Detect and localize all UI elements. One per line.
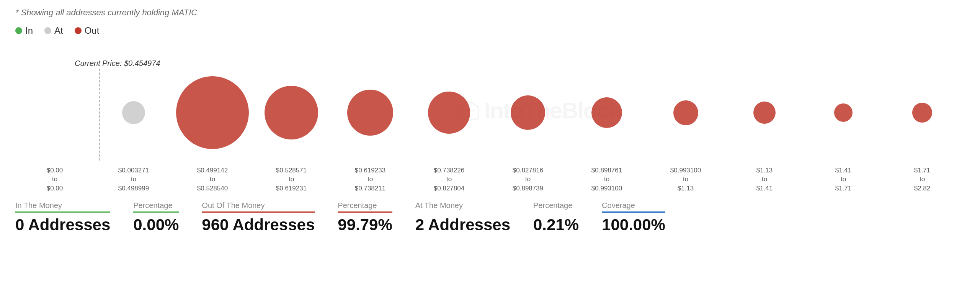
legend: In At Out bbox=[15, 25, 965, 36]
bubble-8 bbox=[673, 100, 698, 125]
bubble-4 bbox=[347, 90, 393, 136]
bubble-col-6 bbox=[488, 69, 567, 157]
bubble-col-2 bbox=[173, 69, 252, 157]
stats-section: In The Money 0 Addresses Percentage 0.00… bbox=[15, 197, 965, 234]
stat-underline-in bbox=[15, 211, 110, 213]
label-col-10: $1.41to$1.71 bbox=[804, 163, 883, 193]
stat-in-the-money: In The Money 0 Addresses bbox=[15, 201, 110, 234]
stat-label-in: In The Money bbox=[15, 201, 110, 210]
bubble-col-1 bbox=[94, 69, 173, 157]
stat-underline-percent-at bbox=[533, 211, 579, 213]
stat-percent-value-out: 99.79% bbox=[338, 216, 392, 234]
stat-percent-at: Percentage 0.21% bbox=[533, 201, 579, 234]
bubble-col-7 bbox=[567, 69, 646, 157]
label-col-0: $0.00to$0.00 bbox=[15, 163, 94, 193]
label-col-2: $0.499142to$0.528540 bbox=[173, 163, 252, 193]
subtitle-text: * Showing all addresses currently holdin… bbox=[15, 8, 965, 18]
label-col-6: $0.827816to$0.898739 bbox=[488, 163, 567, 193]
label-col-8: $0.993100to$1.13 bbox=[646, 163, 725, 193]
bubble-col-11 bbox=[883, 69, 962, 157]
bubble-col-4 bbox=[331, 69, 410, 157]
stat-label-out: Out Of The Money bbox=[202, 201, 315, 210]
bubble-col-8 bbox=[646, 69, 725, 157]
bubble-1 bbox=[122, 101, 145, 124]
label-col-4: $0.619233to$0.738211 bbox=[331, 163, 410, 193]
legend-label-at: At bbox=[54, 25, 63, 36]
stat-underline-coverage bbox=[602, 211, 665, 213]
legend-label-in: In bbox=[25, 25, 33, 36]
bubble-col-0 bbox=[15, 69, 94, 157]
bubble-5 bbox=[428, 92, 470, 134]
label-col-1: $0.003271to$0.498999 bbox=[94, 163, 173, 193]
stat-underline-out bbox=[202, 211, 315, 213]
bubble-6 bbox=[511, 95, 545, 130]
label-col-3: $0.528571to$0.619231 bbox=[252, 163, 331, 193]
current-price-label: Current Price: $0.454974 bbox=[75, 59, 160, 68]
stat-underline-percent-in bbox=[133, 211, 179, 213]
stat-coverage: Coverage 100.00% bbox=[602, 201, 665, 234]
stat-value-out: 960 Addresses bbox=[202, 216, 315, 234]
out-of-money-dot bbox=[75, 27, 82, 34]
legend-label-out: Out bbox=[85, 25, 100, 36]
legend-item-in: In bbox=[15, 25, 33, 36]
stat-value-coverage: 100.00% bbox=[602, 216, 665, 234]
stat-percent-out: Percentage 99.79% bbox=[338, 201, 392, 234]
stat-percent-label-out: Percentage bbox=[338, 201, 392, 210]
stat-percent-in: Percentage 0.00% bbox=[133, 201, 179, 234]
bubble-3 bbox=[265, 86, 318, 139]
legend-item-out: Out bbox=[75, 25, 100, 36]
bubble-col-10 bbox=[804, 69, 883, 157]
stat-value-at: 2 Addresses bbox=[415, 216, 510, 234]
stat-underline-percent-out bbox=[338, 211, 392, 213]
label-col-9: $1.13to$1.41 bbox=[725, 163, 804, 193]
bubble-10 bbox=[834, 103, 853, 122]
bubble-col-5 bbox=[410, 69, 488, 157]
stat-label-at: At The Money bbox=[415, 201, 510, 210]
in-the-money-dot bbox=[15, 27, 22, 34]
bubble-7 bbox=[591, 97, 622, 128]
stat-underline-at bbox=[415, 211, 510, 213]
label-col-5: $0.738226to$0.827804 bbox=[410, 163, 488, 193]
stat-at-the-money: At The Money 2 Addresses bbox=[415, 201, 510, 234]
stat-percent-value-in: 0.00% bbox=[133, 216, 179, 234]
at-the-money-dot bbox=[44, 27, 51, 34]
label-col-11: $1.71to$2.82 bbox=[883, 163, 962, 193]
legend-item-at: At bbox=[44, 25, 63, 36]
bubble-9 bbox=[753, 102, 776, 124]
bubble-2 bbox=[176, 76, 249, 149]
stat-value-in: 0 Addresses bbox=[15, 216, 110, 234]
bubble-11 bbox=[912, 103, 932, 123]
stat-out-of-money: Out Of The Money 960 Addresses bbox=[202, 201, 315, 234]
label-col-7: $0.898761to$0.993100 bbox=[567, 163, 646, 193]
bubble-col-3 bbox=[252, 69, 331, 157]
stat-percent-label-in: Percentage bbox=[133, 201, 179, 210]
bubble-chart: Current Price: $0.454974 IntoTheBlock $0… bbox=[15, 48, 965, 193]
stat-percent-label-at: Percentage bbox=[533, 201, 579, 210]
stat-percent-value-at: 0.21% bbox=[533, 216, 579, 234]
bubble-col-9 bbox=[725, 69, 804, 157]
stat-label-coverage: Coverage bbox=[602, 201, 665, 210]
